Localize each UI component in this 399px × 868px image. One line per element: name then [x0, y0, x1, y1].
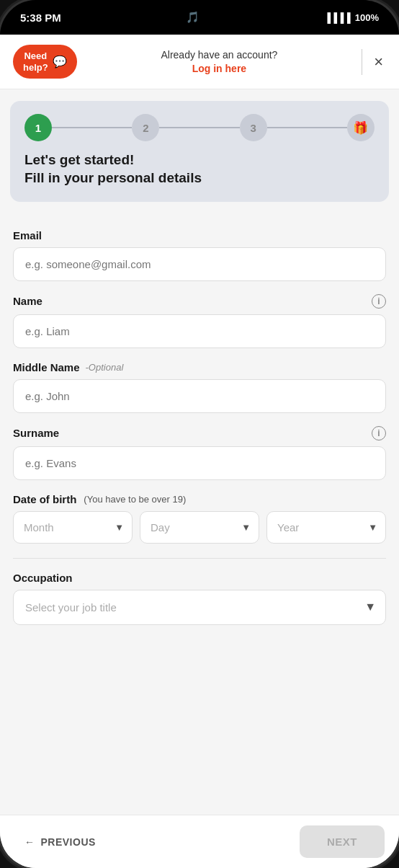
- name-label-row: Name i: [13, 294, 386, 309]
- step-4-circle: 🎁: [347, 114, 375, 141]
- step-banner: 1 2 3 🎁 Let's get started! Fill in your …: [10, 101, 389, 201]
- occupation-select[interactable]: Select your job title Software Engineer …: [13, 590, 386, 625]
- occupation-select-wrapper: Select your job title Software Engineer …: [13, 590, 386, 625]
- dob-label-row: Date of birth (You have to be over 19): [13, 493, 386, 505]
- middle-name-input[interactable]: [13, 379, 386, 413]
- need-help-button[interactable]: Needhelp? 💬: [13, 45, 77, 79]
- email-label: Email: [13, 229, 386, 242]
- form-area: Email Name i Middle Name -Optional Surna…: [0, 209, 399, 815]
- occupation-section: Occupation Select your job title Softwar…: [13, 558, 386, 637]
- year-wrapper: Year 20082007200620052004200320022001200…: [266, 511, 386, 544]
- back-arrow-icon: ←: [24, 836, 35, 848]
- battery-icon: 100%: [355, 12, 379, 23]
- middle-name-label-row: Middle Name -Optional: [13, 361, 386, 373]
- step-line-1: [52, 127, 132, 128]
- step-3-circle: 3: [240, 114, 267, 141]
- spotify-icon: 🎵: [186, 11, 200, 24]
- login-link[interactable]: Log in here: [86, 62, 353, 75]
- step-1-circle: 1: [24, 114, 52, 141]
- surname-label-row: Surname i: [13, 426, 386, 440]
- step-line-2: [159, 127, 239, 128]
- month-wrapper: Month JanuaryFebruaryMarch AprilMayJune …: [13, 511, 133, 544]
- day-wrapper: Day 1234 5678 9101112 13141516 17181920 …: [140, 511, 259, 544]
- surname-info-icon[interactable]: i: [372, 426, 386, 440]
- day-select[interactable]: Day 1234 5678 9101112 13141516 17181920 …: [140, 511, 259, 544]
- next-button[interactable]: NEXT: [300, 825, 385, 858]
- middle-name-optional: -Optional: [86, 362, 124, 373]
- close-button[interactable]: ×: [371, 50, 386, 74]
- previous-button[interactable]: ← PREVIOUS: [14, 829, 106, 855]
- account-text: Already have an account? Log in here: [86, 48, 353, 74]
- occupation-label: Occupation: [13, 572, 386, 584]
- name-input[interactable]: [13, 314, 386, 348]
- chat-icon: 💬: [53, 55, 67, 68]
- name-info-icon[interactable]: i: [372, 294, 386, 309]
- steps-row: 1 2 3 🎁: [24, 114, 375, 141]
- step-line-3: [267, 127, 347, 128]
- surname-input[interactable]: [13, 446, 386, 480]
- step-2-circle: 2: [132, 114, 159, 141]
- bottom-nav: ← PREVIOUS NEXT: [0, 815, 399, 868]
- previous-label: PREVIOUS: [41, 836, 96, 848]
- month-select[interactable]: Month JanuaryFebruaryMarch AprilMayJune …: [13, 511, 133, 544]
- status-time: 5:38 PM: [20, 12, 61, 24]
- signal-icon: ▐▐▐▐: [324, 12, 351, 23]
- dob-note: (You have to be over 19): [84, 494, 186, 505]
- dob-label: Date of birth: [13, 493, 76, 505]
- year-select[interactable]: Year 20082007200620052004200320022001200…: [266, 511, 386, 544]
- top-nav: Needhelp? 💬 Already have an account? Log…: [0, 35, 399, 89]
- email-input[interactable]: [13, 247, 386, 281]
- need-help-line1: Needhelp?: [23, 50, 48, 73]
- dob-selects: Month JanuaryFebruaryMarch AprilMayJune …: [13, 511, 386, 544]
- nav-divider: [362, 49, 362, 75]
- banner-title: Let's get started! Fill in your personal…: [24, 151, 375, 187]
